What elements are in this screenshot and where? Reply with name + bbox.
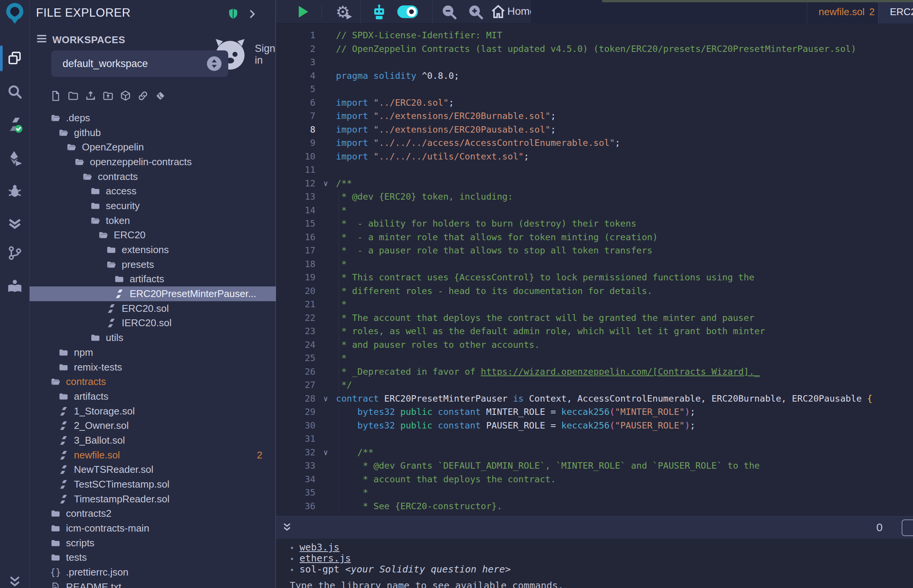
sol-icon [58, 494, 69, 504]
code-text: * - a minter role that allows for token … [336, 231, 658, 244]
fold-chevron-icon[interactable]: ∨ [316, 177, 336, 191]
tree-item-testsctimestamp-sol[interactable]: TestSCTimestamp.sol [29, 477, 276, 492]
tree-item-github[interactable]: github [29, 125, 276, 140]
tree-item-npm[interactable]: npm [29, 345, 276, 360]
tree-item-scripts[interactable]: scripts [29, 536, 276, 551]
tree-item-icm-contracts-main[interactable]: icm-contracts-main [29, 521, 276, 536]
debugger-icon[interactable] [0, 180, 29, 202]
ai-copilot-icon[interactable] [370, 0, 388, 24]
line-number: 10 [276, 150, 316, 164]
ai-copilot-toggle[interactable] [393, 0, 422, 24]
terminal-search-box-partial[interactable] [902, 519, 913, 536]
deploy-run-icon[interactable] [0, 148, 29, 169]
tree-item-newfile-sol[interactable]: newfile.sol2 [29, 448, 276, 463]
run-script-button[interactable]: ⚙▶ [332, 0, 353, 24]
tree-item-2-owner-sol[interactable]: 2_Owner.sol [29, 418, 276, 433]
home-icon[interactable] [490, 0, 507, 24]
unit-testing-icon[interactable] [0, 213, 29, 234]
tree-item-newtsreader-sol[interactable]: NewTSReader.sol [29, 463, 276, 477]
code-line: 12∨/** [276, 177, 913, 191]
load-from-ipfs-icon[interactable] [120, 88, 131, 104]
tree-item-label: OpenZeppelin [82, 141, 144, 153]
tree-item-3-ballot-sol[interactable]: 3_Ballot.sol [29, 433, 276, 448]
tree-item-access[interactable]: access [29, 184, 276, 199]
solidity-compiler-icon[interactable] [0, 115, 29, 136]
tab-newfile-sol[interactable]: newfile.sol2 [807, 0, 878, 24]
workspace-select[interactable]: default_workspace [51, 50, 228, 77]
tree-item-artifacts[interactable]: artifacts [29, 389, 276, 404]
terminal-header[interactable]: 0 [276, 516, 913, 539]
upload-file-icon[interactable] [84, 88, 97, 104]
fold-gutter [316, 298, 336, 312]
tree-item--prettierrc-json[interactable]: {}.prettierrc.json [29, 565, 276, 580]
code-line: 2// OpenZeppelin Contracts (last updated… [276, 42, 913, 56]
git-icon[interactable] [0, 242, 29, 264]
folder-open-icon [50, 113, 61, 123]
tree-item-extensions[interactable]: extensions [29, 242, 276, 257]
collapse-panel-icon[interactable] [0, 571, 29, 588]
folder-icon [58, 391, 69, 402]
code-text: * - a pauser role that allows to stop al… [336, 244, 652, 258]
tree-item-utils[interactable]: utils [29, 330, 276, 345]
tree-item-contracts2[interactable]: contracts2 [29, 507, 276, 521]
tree-item-token[interactable]: token [29, 213, 276, 228]
tree-item-contracts[interactable]: contracts [29, 374, 276, 389]
upload-folder-icon[interactable] [102, 88, 114, 104]
tree-item-contracts[interactable]: contracts [29, 170, 276, 184]
tree-item-erc20-sol[interactable]: ERC20.sol [29, 301, 276, 316]
panel-title: FILE EXPLORER [36, 6, 130, 20]
library-link[interactable]: web3.js [299, 542, 339, 553]
remix-logo-icon[interactable] [0, 2, 29, 24]
tree-item-artifacts[interactable]: artifacts [29, 272, 276, 287]
import-from-url-icon[interactable] [137, 88, 149, 104]
tree-item-erc20[interactable]: ERC20 [29, 228, 276, 243]
zoom-in-icon[interactable] [466, 0, 484, 24]
create-new-file-icon[interactable] [50, 88, 62, 104]
fold-gutter [316, 163, 336, 177]
search-icon[interactable] [0, 81, 29, 102]
line-number: 24 [276, 338, 316, 352]
tree-item-label: contracts [98, 171, 138, 183]
clone-git-repo-icon[interactable] [154, 88, 167, 104]
line-number: 36 [276, 500, 316, 514]
tree-item-security[interactable]: security [29, 199, 276, 213]
tab-erc20presetminterpauser-sol[interactable]: ERC20PresetMinterPauser.sol× [878, 0, 913, 24]
create-new-folder-icon[interactable] [67, 88, 79, 104]
fold-chevron-icon[interactable]: ∨ [316, 446, 336, 460]
chevron-right-icon[interactable] [246, 8, 258, 20]
library-link[interactable]: ethers.js [299, 553, 351, 564]
tree-item-tests[interactable]: tests [29, 551, 276, 565]
tree-item-erc20presetminterpauser-[interactable]: ERC20PresetMinterPauser... [29, 286, 276, 301]
plugin-learn-icon[interactable] [0, 276, 29, 297]
tree-item-remix-tests[interactable]: remix-tests [29, 360, 276, 375]
shield-icon[interactable] [227, 8, 240, 21]
code-editor[interactable]: 1// SPDX-License-Identifier: MIT2// Open… [276, 24, 913, 516]
workspaces-menu-icon[interactable] [36, 32, 48, 45]
tree-item-ierc20-sol[interactable]: IERC20.sol [29, 316, 276, 331]
tree-item-openzeppelin-contracts[interactable]: openzeppelin-contracts [29, 155, 276, 170]
signin-label: Sign in [255, 43, 275, 66]
tree-item-label: .deps [66, 112, 90, 124]
fold-gutter [316, 459, 336, 473]
tree-item--deps[interactable]: .deps [29, 111, 276, 125]
zoom-out-icon[interactable] [440, 0, 458, 24]
tree-item-label: utils [106, 332, 123, 344]
code-text: * - ability for holders to burn (destroy… [336, 217, 636, 231]
tree-item-label: .prettierrc.json [66, 566, 128, 578]
tree-item-1-storage-sol[interactable]: 1_Storage.sol [29, 404, 276, 418]
tree-item-timestampreader-sol[interactable]: TimestampReader.sol [29, 492, 276, 507]
file-explorer-icon[interactable] [0, 48, 29, 69]
fold-chevron-icon[interactable]: ∨ [316, 392, 336, 406]
tree-item-label: 3_Ballot.sol [74, 435, 125, 446]
code-line: 13 * @dev {ERC20} token, including: [276, 190, 913, 204]
terminal-collapse-icon[interactable] [280, 521, 293, 534]
tree-item-label: TestSCTimestamp.sol [74, 478, 170, 490]
tree-item-readme-txt[interactable]: README.txt [29, 580, 276, 588]
tab-label: newfile.sol [819, 6, 864, 18]
folder-icon [58, 362, 69, 372]
code-line: 25 * [276, 352, 913, 365]
play-button[interactable] [294, 0, 311, 24]
workspace-stepper-icon[interactable] [206, 55, 223, 72]
tree-item-openzeppelin[interactable]: OpenZeppelin [29, 140, 276, 155]
tree-item-presets[interactable]: presets [29, 257, 276, 272]
